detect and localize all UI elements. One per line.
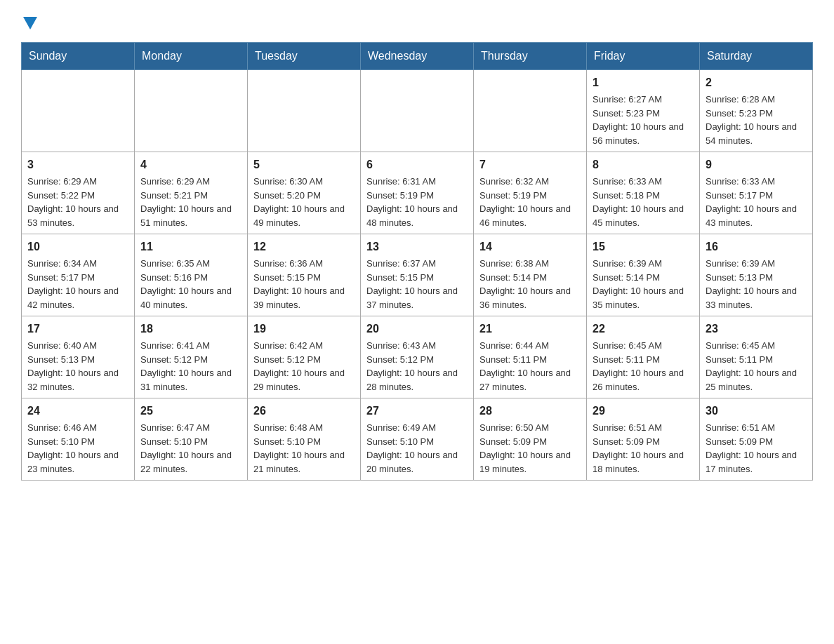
day-info: Sunset: 5:23 PM xyxy=(593,107,694,121)
day-info: Sunset: 5:18 PM xyxy=(593,189,694,203)
day-info: Daylight: 10 hours and 27 minutes. xyxy=(479,366,581,394)
day-info: Sunrise: 6:37 AM xyxy=(366,257,468,271)
day-info: Sunrise: 6:50 AM xyxy=(479,421,581,435)
calendar-header-row: SundayMondayTuesdayWednesdayThursdayFrid… xyxy=(22,43,813,70)
calendar-cell: 20Sunrise: 6:43 AMSunset: 5:12 PMDayligh… xyxy=(361,316,474,398)
day-info: Sunrise: 6:49 AM xyxy=(366,421,468,435)
day-info: Daylight: 10 hours and 29 minutes. xyxy=(253,366,355,394)
calendar-cell: 1Sunrise: 6:27 AMSunset: 5:23 PMDaylight… xyxy=(587,70,700,152)
day-info: Sunset: 5:23 PM xyxy=(706,107,807,121)
day-info: Sunset: 5:10 PM xyxy=(140,435,241,449)
calendar-cell: 13Sunrise: 6:37 AMSunset: 5:15 PMDayligh… xyxy=(361,234,474,316)
day-info: Sunrise: 6:27 AM xyxy=(593,93,694,107)
page-header xyxy=(21,14,813,28)
day-info: Sunrise: 6:47 AM xyxy=(140,421,241,435)
day-info: Sunrise: 6:42 AM xyxy=(253,339,355,353)
day-info: Sunset: 5:10 PM xyxy=(27,435,128,449)
calendar-cell: 28Sunrise: 6:50 AMSunset: 5:09 PMDayligh… xyxy=(474,398,587,481)
day-info: Daylight: 10 hours and 54 minutes. xyxy=(706,120,807,147)
day-info: Daylight: 10 hours and 53 minutes. xyxy=(27,202,128,229)
calendar-week-4: 17Sunrise: 6:40 AMSunset: 5:13 PMDayligh… xyxy=(22,316,813,398)
weekday-header-friday: Friday xyxy=(587,43,700,70)
calendar-cell xyxy=(474,70,587,152)
day-number: 3 xyxy=(27,156,128,173)
day-number: 13 xyxy=(366,239,468,255)
calendar-cell: 7Sunrise: 6:32 AMSunset: 5:19 PMDaylight… xyxy=(474,152,587,234)
day-info: Sunset: 5:09 PM xyxy=(593,435,694,449)
day-info: Daylight: 10 hours and 18 minutes. xyxy=(593,448,694,476)
day-number: 4 xyxy=(140,156,241,173)
calendar-cell: 6Sunrise: 6:31 AMSunset: 5:19 PMDaylight… xyxy=(361,152,474,234)
day-info: Sunset: 5:11 PM xyxy=(479,353,581,367)
day-info: Sunset: 5:09 PM xyxy=(706,435,807,449)
day-info: Sunrise: 6:29 AM xyxy=(140,175,241,189)
day-info: Sunrise: 6:51 AM xyxy=(706,421,807,435)
day-info: Daylight: 10 hours and 17 minutes. xyxy=(706,448,807,476)
day-info: Sunrise: 6:33 AM xyxy=(706,175,807,189)
day-info: Daylight: 10 hours and 32 minutes. xyxy=(27,366,128,394)
day-number: 12 xyxy=(253,239,355,255)
calendar-cell: 27Sunrise: 6:49 AMSunset: 5:10 PMDayligh… xyxy=(361,398,474,481)
day-info: Sunset: 5:17 PM xyxy=(27,271,128,285)
day-number: 17 xyxy=(27,321,128,337)
calendar-cell: 17Sunrise: 6:40 AMSunset: 5:13 PMDayligh… xyxy=(22,316,135,398)
calendar-cell: 12Sunrise: 6:36 AMSunset: 5:15 PMDayligh… xyxy=(248,234,361,316)
calendar-week-1: 1Sunrise: 6:27 AMSunset: 5:23 PMDaylight… xyxy=(22,70,813,152)
day-info: Sunrise: 6:40 AM xyxy=(27,339,128,353)
day-info: Daylight: 10 hours and 20 minutes. xyxy=(366,448,468,476)
day-number: 25 xyxy=(140,403,241,420)
day-info: Daylight: 10 hours and 46 minutes. xyxy=(479,202,581,229)
day-number: 1 xyxy=(593,74,694,91)
day-info: Sunrise: 6:35 AM xyxy=(140,257,241,271)
day-info: Sunrise: 6:31 AM xyxy=(366,175,468,189)
day-info: Sunset: 5:19 PM xyxy=(366,189,468,203)
calendar-cell: 16Sunrise: 6:39 AMSunset: 5:13 PMDayligh… xyxy=(700,234,813,316)
day-number: 22 xyxy=(593,321,694,337)
day-info: Sunset: 5:22 PM xyxy=(27,189,128,203)
day-info: Sunset: 5:13 PM xyxy=(27,353,128,367)
day-number: 28 xyxy=(479,403,581,420)
day-info: Sunrise: 6:43 AM xyxy=(366,339,468,353)
day-info: Sunset: 5:21 PM xyxy=(140,189,241,203)
day-info: Sunset: 5:12 PM xyxy=(140,353,241,367)
weekday-header-monday: Monday xyxy=(135,43,248,70)
day-info: Sunset: 5:11 PM xyxy=(593,353,694,367)
calendar-cell xyxy=(361,70,474,152)
day-number: 7 xyxy=(479,156,581,173)
day-info: Sunset: 5:09 PM xyxy=(479,435,581,449)
day-number: 10 xyxy=(27,239,128,255)
day-number: 21 xyxy=(479,321,581,337)
day-info: Sunrise: 6:32 AM xyxy=(479,175,581,189)
day-info: Daylight: 10 hours and 33 minutes. xyxy=(706,284,807,311)
day-info: Daylight: 10 hours and 40 minutes. xyxy=(140,284,241,311)
day-info: Sunrise: 6:46 AM xyxy=(27,421,128,435)
calendar-cell: 2Sunrise: 6:28 AMSunset: 5:23 PMDaylight… xyxy=(700,70,813,152)
calendar-week-2: 3Sunrise: 6:29 AMSunset: 5:22 PMDaylight… xyxy=(22,152,813,234)
calendar-cell xyxy=(22,70,135,152)
calendar-cell xyxy=(248,70,361,152)
day-number: 29 xyxy=(593,403,694,420)
day-info: Daylight: 10 hours and 43 minutes. xyxy=(706,202,807,229)
calendar-cell: 3Sunrise: 6:29 AMSunset: 5:22 PMDaylight… xyxy=(22,152,135,234)
day-info: Daylight: 10 hours and 21 minutes. xyxy=(253,448,355,476)
calendar-cell: 23Sunrise: 6:45 AMSunset: 5:11 PMDayligh… xyxy=(700,316,813,398)
day-info: Daylight: 10 hours and 19 minutes. xyxy=(479,448,581,476)
day-info: Sunset: 5:10 PM xyxy=(253,435,355,449)
day-info: Daylight: 10 hours and 23 minutes. xyxy=(27,448,128,476)
calendar-cell: 22Sunrise: 6:45 AMSunset: 5:11 PMDayligh… xyxy=(587,316,700,398)
day-number: 30 xyxy=(706,403,807,420)
day-number: 2 xyxy=(706,74,807,91)
day-info: Daylight: 10 hours and 26 minutes. xyxy=(593,366,694,394)
day-number: 11 xyxy=(140,239,241,255)
day-info: Daylight: 10 hours and 56 minutes. xyxy=(593,120,694,147)
day-number: 8 xyxy=(593,156,694,173)
calendar-table: SundayMondayTuesdayWednesdayThursdayFrid… xyxy=(21,42,813,481)
calendar-cell: 21Sunrise: 6:44 AMSunset: 5:11 PMDayligh… xyxy=(474,316,587,398)
day-info: Sunset: 5:15 PM xyxy=(366,271,468,285)
calendar-cell: 5Sunrise: 6:30 AMSunset: 5:20 PMDaylight… xyxy=(248,152,361,234)
calendar-cell: 11Sunrise: 6:35 AMSunset: 5:16 PMDayligh… xyxy=(135,234,248,316)
day-info: Daylight: 10 hours and 25 minutes. xyxy=(706,366,807,394)
day-info: Sunrise: 6:29 AM xyxy=(27,175,128,189)
day-info: Sunset: 5:16 PM xyxy=(140,271,241,285)
logo xyxy=(21,14,37,28)
